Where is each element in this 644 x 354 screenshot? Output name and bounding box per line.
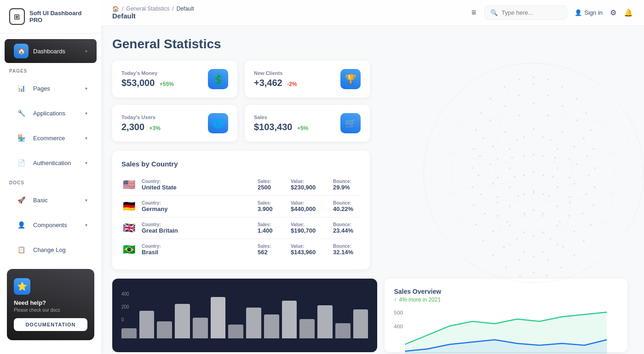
svg-point-98	[557, 148, 558, 150]
help-subtitle: Please check our docs	[14, 308, 87, 313]
svg-point-65	[492, 230, 494, 232]
content-area: General Statistics Today's Money $53,000…	[101, 26, 644, 354]
sidebar-item-label: Change Log	[33, 246, 87, 253]
svg-point-20	[518, 114, 520, 116]
bar-item	[228, 325, 243, 338]
bar-item	[193, 318, 208, 338]
svg-point-0	[424, 63, 644, 283]
stat-change-money: +55%	[160, 81, 174, 87]
notification-icon[interactable]: 🔔	[624, 8, 633, 17]
svg-point-122	[542, 251, 544, 253]
documentation-button[interactable]: DOCUMENTATION	[14, 318, 87, 331]
svg-point-41	[489, 163, 491, 165]
sidebar-item-changelog[interactable]: 📋 Change Log	[5, 238, 97, 262]
breadcrumb-current: Default	[177, 6, 194, 12]
docs-section-label: DOCS	[0, 176, 101, 187]
svg-point-44	[554, 157, 556, 159]
stat-change-clients: -2%	[287, 81, 297, 87]
svg-point-52	[513, 176, 515, 177]
search-box[interactable]: 🔍	[484, 6, 567, 20]
bar-item	[353, 309, 368, 338]
sales-by-country-title: Sales by Country	[121, 160, 361, 168]
chevron-down-icon: ▾	[85, 160, 87, 166]
col-label-country: Country:	[142, 200, 252, 206]
sidebar-item-authentication[interactable]: 📄 Authentication ▾	[5, 151, 97, 175]
svg-point-120	[542, 232, 544, 234]
value-br: $143,960	[291, 249, 328, 256]
svg-point-34	[573, 146, 575, 148]
col-label-value: Value:	[291, 179, 328, 184]
cart-icon: 🛒	[340, 113, 361, 133]
bars-container	[121, 297, 368, 338]
stat-value-clients: +3,462	[254, 78, 282, 88]
svg-point-96	[533, 209, 535, 211]
bar-item	[299, 319, 315, 338]
stat-value-sales: $103,430	[254, 122, 292, 132]
svg-point-57	[581, 212, 583, 214]
sales-overview-card: Sales Overview ↑ 4% more in 2021 500 400	[385, 279, 627, 352]
svg-point-28	[533, 128, 535, 130]
svg-point-45	[533, 154, 535, 155]
svg-point-116	[542, 194, 544, 195]
svg-point-51	[573, 183, 575, 184]
sidebar-item-applications[interactable]: 🔧 Applications ▾	[5, 101, 97, 125]
svg-point-2	[518, 79, 520, 80]
chevron-down-icon: ▾	[85, 223, 87, 228]
charts-row: 400 200 0 Sales Overview ↑ 4% more in 20…	[112, 279, 627, 352]
svg-point-73	[503, 246, 505, 248]
svg-point-10	[547, 94, 549, 96]
svg-point-17	[590, 129, 592, 131]
col-label-bounce: Bounce:	[333, 200, 361, 206]
svg-point-46	[473, 205, 475, 206]
search-input[interactable]	[501, 9, 561, 16]
main-area: 🏠 / General Statistics / Default Default…	[101, 0, 644, 354]
trophy-icon: 🏆	[340, 69, 361, 89]
basic-icon: 🚀	[14, 193, 29, 207]
svg-point-111	[523, 155, 525, 157]
svg-point-70	[541, 215, 543, 217]
settings-icon[interactable]: ⚙	[610, 8, 616, 17]
globe-icon: 🌐	[208, 113, 228, 133]
help-title: Need help?	[14, 299, 87, 306]
sidebar-item-dashboards[interactable]: 🏠 Dashboards ▾	[5, 39, 97, 63]
flag-br: 🇧🇷	[121, 244, 136, 256]
help-card: ⭐ Need help? Please check our docs DOCUM…	[7, 269, 94, 340]
stat-change-sales: +5%	[297, 125, 308, 131]
sidebar-item-components[interactable]: 👤 Components ▾	[5, 213, 97, 237]
svg-point-14	[561, 105, 563, 107]
svg-point-100	[557, 167, 558, 169]
svg-point-110	[542, 136, 544, 138]
svg-point-102	[557, 186, 558, 188]
chevron-down-icon: ▾	[85, 136, 87, 141]
auth-icon: 📄	[14, 155, 29, 170]
col-label-country: Country:	[142, 179, 252, 184]
svg-point-43	[511, 157, 513, 159]
svg-point-88	[497, 177, 499, 178]
hamburger-icon[interactable]: ≡	[472, 8, 477, 17]
svg-point-101	[509, 186, 511, 188]
svg-point-9	[518, 94, 520, 96]
svg-point-48	[480, 194, 482, 195]
topbar-right: 🔍 👤 Sign in ⚙ 🔔	[484, 6, 633, 20]
bar-item	[317, 305, 333, 338]
svg-point-89	[569, 177, 570, 178]
dashboard-icon: 🏠	[14, 44, 29, 58]
sidebar-item-label: Dashboards	[33, 48, 80, 55]
svg-point-114	[542, 174, 544, 176]
sidebar-item-ecommerce[interactable]: 🏪 Ecommerce ▾	[5, 126, 97, 150]
sidebar-item-pages[interactable]: 📊 Pages ▾	[5, 76, 97, 100]
breadcrumb-dashboards: General Statistics	[126, 6, 169, 12]
money-icon: 💲	[208, 69, 228, 89]
chevron-down-icon: ▾	[85, 111, 87, 116]
table-row: 🇺🇸 Country: United State Sales: 2500 Val…	[121, 174, 361, 196]
svg-point-31	[479, 155, 481, 157]
svg-point-99	[509, 167, 511, 169]
country-name-gb: Great Britain	[142, 227, 252, 234]
svg-point-58	[497, 201, 499, 203]
col-label-value: Value:	[291, 222, 328, 227]
bounce-de: 40.22%	[333, 206, 361, 212]
svg-point-30	[594, 167, 596, 169]
signin-button[interactable]: 👤 Sign in	[575, 9, 603, 16]
svg-point-80	[518, 259, 520, 261]
sidebar-item-basic[interactable]: 🚀 Basic ▾	[5, 188, 97, 212]
